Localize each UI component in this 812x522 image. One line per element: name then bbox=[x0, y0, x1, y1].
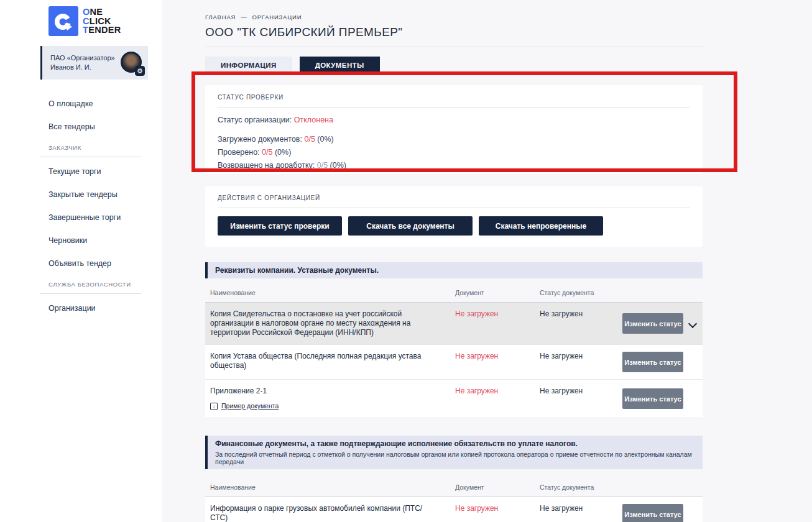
doc-name-cell: Приложение 2-1 ↓ Пример документа bbox=[205, 387, 450, 411]
doc-name: Копия Устава общества (Последняя полная … bbox=[205, 352, 450, 370]
sidebar-item-closed-tenders[interactable]: Закрытые тендеры bbox=[40, 185, 141, 204]
title-divider bbox=[205, 47, 703, 47]
table-header: Наименование Документ Статус документа bbox=[205, 478, 703, 497]
verification-status-panel: СТАТУС ПРОВЕРКИ Статус организации: Откл… bbox=[205, 85, 703, 174]
doc-name: Приложение 2-1 bbox=[210, 387, 438, 396]
change-verification-status-button[interactable]: Изменить статус проверки bbox=[218, 216, 342, 236]
status-panel-title: СТАТУС ПРОВЕРКИ bbox=[218, 94, 690, 108]
sidebar-heading-security: СЛУЖБА БЕЗОПАСНОСТИ bbox=[40, 277, 141, 294]
user-name: Иванов И. И. bbox=[50, 63, 115, 72]
doc-name: Копия Свидетельства о постановке на учет… bbox=[205, 309, 450, 337]
user-org: ПАО «Организатор» bbox=[50, 53, 115, 63]
table-row: Копия Свидетельства о постановке на учет… bbox=[205, 303, 703, 345]
sidebar-item-about[interactable]: О площадке bbox=[40, 94, 141, 113]
breadcrumb-organizations[interactable]: ОРГАНИЗАЦИИ bbox=[252, 14, 302, 21]
doc-upload-state: Не загружен bbox=[450, 309, 535, 318]
change-status-button[interactable]: Изменить статус bbox=[622, 352, 683, 372]
checked-docs-percent: (0%) bbox=[275, 148, 291, 157]
doc-status: Не загружен bbox=[535, 504, 617, 513]
change-status-button[interactable]: Изменить статус bbox=[622, 388, 683, 409]
tab-information[interactable]: ИНФОРМАЦИЯ bbox=[205, 57, 292, 73]
table-row: Копия Устава общества (Последняя полная … bbox=[205, 345, 703, 380]
breadcrumb: ГЛАВНАЯ — ОРГАНИЗАЦИИ bbox=[205, 0, 703, 21]
table-row: Информация о парке грузовых автомобилей … bbox=[205, 497, 703, 522]
download-unchecked-button[interactable]: Скачать непроверенные bbox=[479, 216, 603, 236]
returned-docs-line: Возвращено на доработку: 0/5 (0%) bbox=[218, 160, 690, 170]
doc-upload-state: Не загружен bbox=[450, 387, 535, 395]
section-title: Финансовые документы, а также подтвержда… bbox=[215, 439, 695, 448]
returned-docs-value: 0/5 bbox=[317, 161, 328, 170]
returned-docs-label: Возвращено на доработку: bbox=[218, 161, 315, 170]
page-title: ООО "ТК СИБИРСКИЙ ПРЕМЬЕР" bbox=[205, 25, 703, 39]
breadcrumb-home[interactable]: ГЛАВНАЯ bbox=[205, 14, 236, 21]
main-area: ГЛАВНАЯ — ОРГАНИЗАЦИИ ООО "ТК СИБИРСКИЙ … bbox=[162, 0, 812, 522]
current-user-block[interactable]: ПАО «Организатор» Иванов И. И. ⚙ bbox=[40, 46, 148, 80]
org-actions-panel: ДЕЙСТВИЯ С ОРГАНИЗАЦИЕЙ Изменить статус … bbox=[205, 186, 703, 247]
chevron-down-icon[interactable] bbox=[688, 319, 696, 328]
sidebar: ONE CLICK TENDER ПАО «Организатор» Ивано… bbox=[0, 0, 162, 522]
table-header: Наименование Документ Статус документа bbox=[205, 283, 703, 303]
col-status: Статус документа bbox=[535, 483, 617, 491]
brand-logo[interactable]: ONE CLICK TENDER bbox=[48, 6, 162, 36]
table-row: Приложение 2-1 ↓ Пример документа Не заг… bbox=[205, 380, 703, 418]
section-title: Реквизиты компании. Уставные документы. bbox=[215, 266, 695, 275]
download-all-documents-button[interactable]: Скачать все документы bbox=[348, 216, 473, 236]
brand-wordmark: ONE CLICK TENDER bbox=[83, 7, 121, 35]
checked-docs-value: 0/5 bbox=[262, 148, 272, 157]
sidebar-item-all-tenders[interactable]: Все тендеры bbox=[40, 117, 141, 136]
doc-upload-state: Не загружен bbox=[450, 504, 535, 513]
col-name: Наименование bbox=[205, 289, 450, 296]
uploaded-docs-percent: (0%) bbox=[317, 135, 333, 144]
sidebar-nav: О площадке Все тендеры ЗАКАЗЧИК Текущие … bbox=[40, 94, 141, 318]
breadcrumb-separator: — bbox=[241, 14, 247, 21]
change-status-button[interactable]: Изменить статус bbox=[622, 504, 683, 522]
tab-documents[interactable]: ДОКУМЕНТЫ bbox=[300, 57, 380, 73]
uploaded-docs-label: Загружено документов: bbox=[218, 135, 302, 144]
section-header: Финансовые документы, а также подтвержда… bbox=[205, 436, 703, 469]
checked-docs-label: Проверено: bbox=[218, 148, 260, 157]
doc-status: Не загружен bbox=[535, 309, 617, 318]
uploaded-docs-line: Загружено документов: 0/5 (0%) bbox=[218, 134, 690, 144]
user-info: ПАО «Организатор» Иванов И. И. bbox=[50, 53, 115, 72]
org-status-value: Отклонена bbox=[294, 116, 333, 124]
sidebar-heading-customer: ЗАКАЗЧИК bbox=[40, 140, 141, 157]
sidebar-item-finished-auctions[interactable]: Завершенные торги bbox=[40, 208, 141, 227]
example-document-link[interactable]: ↓ Пример документа bbox=[210, 401, 438, 411]
col-document: Документ bbox=[450, 483, 535, 491]
doc-name: Информация о парке грузовых автомобилей … bbox=[205, 504, 450, 522]
sidebar-item-organizations[interactable]: Организации bbox=[40, 299, 141, 318]
section-header: Реквизиты компании. Уставные документы. bbox=[205, 262, 703, 278]
section-subtitle: За последний отчетный период с отметкой … bbox=[215, 451, 695, 465]
org-status-label: Статус организации: bbox=[218, 116, 292, 124]
doc-status: Не загружен bbox=[535, 352, 617, 360]
section-financial-documents: Финансовые документы, а также подтвержда… bbox=[205, 436, 703, 522]
checked-docs-line: Проверено: 0/5 (0%) bbox=[218, 147, 690, 157]
sidebar-item-announce-tender[interactable]: Объявить тендер bbox=[40, 254, 141, 273]
actions-row: Изменить статус проверки Скачать все док… bbox=[218, 216, 690, 236]
section-company-details: Реквизиты компании. Уставные документы. … bbox=[205, 262, 703, 418]
gear-icon[interactable]: ⚙ bbox=[135, 66, 145, 76]
tabs: ИНФОРМАЦИЯ ДОКУМЕНТЫ bbox=[205, 57, 703, 73]
sidebar-item-current-auctions[interactable]: Текущие торги bbox=[40, 162, 141, 181]
org-status-line: Статус организации: Отклонена bbox=[218, 116, 690, 124]
col-status: Статус документа bbox=[535, 289, 617, 296]
download-icon: ↓ bbox=[210, 403, 218, 410]
returned-docs-percent: (0%) bbox=[330, 161, 346, 170]
uploaded-docs-value: 0/5 bbox=[304, 135, 315, 144]
sidebar-item-drafts[interactable]: Черновики bbox=[40, 231, 141, 250]
col-name: Наименование bbox=[205, 483, 450, 491]
col-document: Документ bbox=[450, 289, 535, 296]
example-document-label: Пример документа bbox=[221, 401, 279, 411]
doc-status: Не загружен bbox=[535, 387, 617, 395]
cursor-click-icon bbox=[48, 6, 78, 36]
doc-upload-state: Не загружен bbox=[450, 352, 535, 360]
change-status-button[interactable]: Изменить статус bbox=[622, 313, 683, 334]
actions-panel-title: ДЕЙСТВИЯ С ОРГАНИЗАЦИЕЙ bbox=[218, 195, 690, 208]
avatar[interactable]: ⚙ bbox=[121, 52, 143, 74]
